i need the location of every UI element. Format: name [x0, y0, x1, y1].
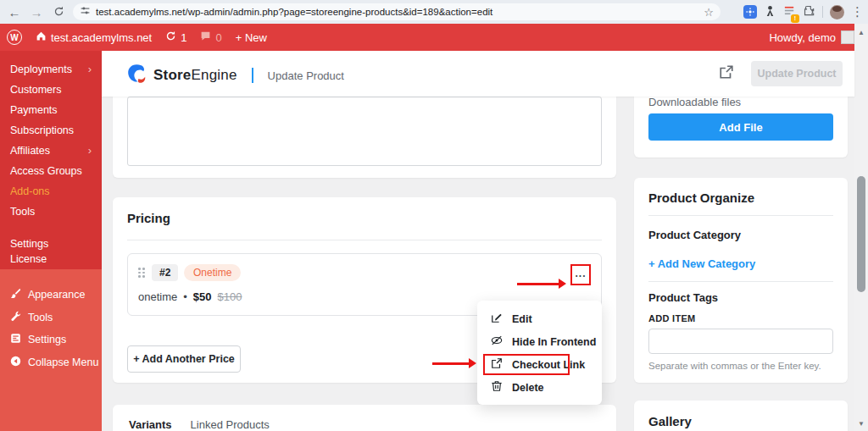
- wrench-icon: [10, 311, 21, 324]
- sidebar-item-label: Settings: [28, 334, 66, 345]
- updates-count: 1: [181, 31, 186, 44]
- product-organize-title: Product Organize: [648, 191, 754, 205]
- sidebar-item-tools-sub[interactable]: Tools: [0, 202, 102, 222]
- tab-linked-products[interactable]: Linked Products: [191, 418, 270, 431]
- new-label: + New: [236, 31, 267, 44]
- gallery-title: Gallery: [648, 414, 692, 428]
- add-new-category-link[interactable]: + Add New Category: [648, 257, 755, 270]
- description-textarea[interactable]: [127, 97, 602, 166]
- bullet-separator: •: [183, 290, 187, 303]
- drag-handle-icon[interactable]: [138, 268, 145, 278]
- price-type-badge: Onetime: [184, 264, 241, 281]
- divider: [127, 240, 602, 240]
- menu-item-label: Delete: [512, 382, 544, 394]
- update-product-button[interactable]: Update Product: [751, 61, 843, 86]
- add-item-label: ADD ITEM: [648, 313, 696, 323]
- storeengine-logo-icon: [125, 63, 147, 88]
- tab-variants[interactable]: Variants: [129, 418, 172, 431]
- brand-bold: Store: [153, 67, 191, 83]
- collapse-icon: [10, 356, 21, 369]
- menu-item-label: Hide In Frontend: [512, 336, 596, 348]
- sidebar-item-label: Appearance: [28, 289, 85, 301]
- comments-menu[interactable]: 0: [193, 24, 228, 51]
- preview-external-link-icon[interactable]: [719, 64, 734, 83]
- price-options-menu-button[interactable]: ...: [570, 264, 591, 285]
- warning-badge: !: [791, 14, 799, 23]
- forward-icon[interactable]: →: [25, 5, 47, 19]
- sidebar-item-deployments[interactable]: Deployments›: [0, 59, 102, 80]
- annotation-arrow-to-menu-button: [517, 283, 559, 285]
- menu-item-delete[interactable]: Delete: [477, 376, 602, 399]
- scroll-down-icon[interactable]: ▼: [854, 420, 868, 428]
- tags-help-text: Separate with commas or the Enter key.: [648, 361, 821, 371]
- storeengine-brand: StoreEngine Update Product: [125, 63, 344, 88]
- scrollbar-thumb[interactable]: [857, 176, 865, 292]
- add-file-button[interactable]: Add File: [648, 113, 833, 141]
- gear-extension-icon[interactable]: [743, 5, 757, 19]
- new-content-menu[interactable]: + New: [229, 24, 274, 51]
- back-icon[interactable]: ←: [3, 5, 25, 19]
- product-organize-card: Product Organize Product Category + Add …: [634, 178, 848, 383]
- wp-user-avatar: [841, 30, 854, 44]
- bookmark-star-icon[interactable]: ☆: [704, 6, 714, 19]
- divider: [648, 281, 833, 282]
- variants-card: Variants Linked Products: [113, 405, 616, 431]
- person-extension-icon[interactable]: [764, 4, 776, 20]
- sidebar-item-license[interactable]: License: [0, 249, 102, 269]
- browser-profile-avatar[interactable]: [830, 5, 844, 19]
- tags-input[interactable]: [648, 329, 833, 354]
- account-menu[interactable]: Howdy, demo: [769, 24, 854, 51]
- notes-extension-icon[interactable]: !: [783, 4, 796, 20]
- menu-item-checkout-link[interactable]: Checkout Link: [477, 353, 602, 376]
- wp-sidebar: Deployments› Customers Payments Subscrip…: [0, 51, 102, 431]
- trash-icon: [491, 380, 503, 395]
- price-options-dropdown: Edit Hide In Frontend Checkout Link Dele…: [477, 301, 602, 405]
- menu-item-label: Edit: [512, 313, 532, 325]
- sidebar-item-appearance[interactable]: Appearance: [0, 284, 102, 306]
- eye-off-icon: [491, 334, 503, 349]
- external-link-icon: [491, 357, 503, 372]
- sidebar-item-tools[interactable]: Tools: [0, 307, 102, 329]
- updates-menu[interactable]: 1: [159, 24, 193, 51]
- sidebar-item-access-groups[interactable]: Access Groups: [0, 161, 102, 181]
- sidebar-item-add-ons[interactable]: Add-ons: [0, 181, 102, 202]
- extensions-puzzle-icon[interactable]: [803, 4, 815, 20]
- page-title: Update Product: [268, 69, 344, 82]
- gallery-card: Gallery: [634, 401, 848, 431]
- downloadable-files-label: Downloadable files: [648, 96, 741, 108]
- pricing-title: Pricing: [127, 211, 170, 225]
- menu-item-hide-in-frontend[interactable]: Hide In Frontend: [477, 330, 602, 353]
- sidebar-item-affiliates[interactable]: Affiliates›: [0, 141, 102, 161]
- sidebar-item-customers[interactable]: Customers: [0, 80, 102, 100]
- url-text[interactable]: test.academylms.net/wp-admin/admin.php?p…: [96, 7, 698, 17]
- update-icon: [165, 30, 176, 44]
- site-info-icon[interactable]: [80, 4, 91, 19]
- scroll-up-icon[interactable]: ▲: [854, 29, 868, 36]
- divider: [648, 215, 833, 216]
- sidebar-item-payments[interactable]: Payments: [0, 100, 102, 120]
- reload-icon[interactable]: [47, 5, 70, 19]
- wp-admin-bar: W test.academylms.net 1 0 + New Howdy, d…: [0, 24, 868, 51]
- howdy-label: Howdy, demo: [769, 31, 836, 44]
- chevron-right-icon: ›: [88, 141, 92, 161]
- sidebar-item-collapse-menu[interactable]: Collapse Menu: [0, 351, 102, 373]
- product-category-label: Product Category: [648, 229, 741, 241]
- site-name-menu[interactable]: test.academylms.net: [29, 24, 159, 51]
- comment-icon: [200, 30, 211, 44]
- sliders-icon: [10, 333, 21, 346]
- wordpress-logo-icon[interactable]: W: [0, 24, 29, 51]
- sidebar-item-settings[interactable]: Settings: [0, 329, 102, 351]
- browser-menu-icon[interactable]: ⋮: [851, 4, 863, 19]
- add-another-price-button[interactable]: + Add Another Price: [127, 345, 241, 373]
- page-scrollbar[interactable]: ▲ ▼: [854, 24, 868, 431]
- sidebar-item-label: Tools: [28, 312, 53, 323]
- menu-item-edit[interactable]: Edit: [477, 307, 602, 330]
- annotation-arrow-to-checkout-link: [432, 362, 470, 365]
- sidebar-item-subscriptions[interactable]: Subscriptions: [0, 120, 102, 141]
- sidebar-item-label: Collapse Menu: [28, 356, 98, 368]
- brand-divider: [252, 68, 253, 83]
- menu-item-label: Checkout Link: [512, 359, 585, 371]
- site-name-label: test.academylms.net: [51, 31, 152, 44]
- edit-icon: [491, 312, 503, 326]
- url-bar[interactable]: test.academylms.net/wp-admin/admin.php?p…: [73, 3, 721, 20]
